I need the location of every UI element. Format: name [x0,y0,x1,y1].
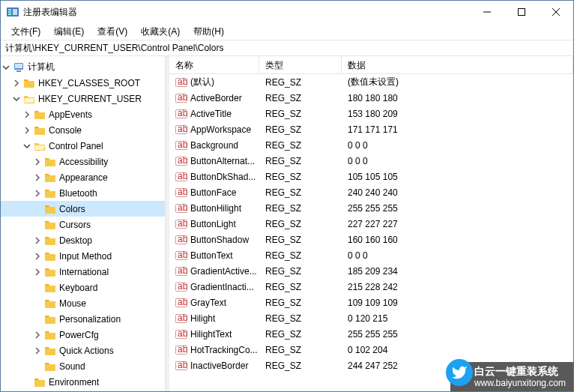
value-row[interactable]: abBackgroundREG_SZ0 0 0 [169,137,573,153]
value-row[interactable]: abButtonTextREG_SZ0 0 0 [169,247,573,263]
value-row[interactable]: abHilightREG_SZ0 120 215 [169,310,573,326]
string-value-icon: ab [175,265,187,277]
value-row[interactable]: abButtonFaceREG_SZ240 240 240 [169,184,573,200]
collapse-toggle[interactable] [22,141,32,151]
string-value-icon: ab [175,218,187,230]
folder-icon [23,77,35,89]
value-type: REG_SZ [259,93,342,103]
menu-view[interactable]: 查看(V) [91,24,133,40]
tree-key[interactable]: Appearance [1,169,165,185]
expand-toggle[interactable] [22,109,32,120]
string-value-icon: ab [175,202,187,214]
tree-label: Desktop [59,235,92,246]
string-value-icon: ab [175,281,187,293]
tree-key[interactable]: International [1,264,165,280]
value-type: REG_SZ [259,219,342,229]
value-name: InactiveBorder [190,361,248,371]
col-type[interactable]: 类型 [259,56,342,73]
value-row[interactable]: abHotTrackingCo...REG_SZ0 102 204 [169,342,573,358]
string-value-icon: ab [175,139,187,151]
svg-rect-2 [8,11,11,13]
expand-toggle[interactable] [11,78,22,88]
tree-key[interactable]: AppEvents [1,106,165,122]
value-row[interactable]: abGradientActive...REG_SZ185 209 234 [169,263,573,279]
svg-text:ab: ab [178,76,187,87]
tree-key[interactable]: Sound [1,358,165,374]
col-data[interactable]: 数据 [342,56,573,73]
addressbar[interactable]: 计算机\HKEY_CURRENT_USER\Control Panel\Colo… [1,40,573,56]
value-data: 227 227 227 [342,219,573,229]
tree-key[interactable]: Accessibility [1,154,165,169]
tree-key[interactable]: Bluetooth [1,185,165,201]
collapse-toggle[interactable] [11,94,22,104]
menu-edit[interactable]: 编辑(E) [48,24,90,40]
titlebar[interactable]: 注册表编辑器 [1,1,573,23]
value-data: 171 171 171 [342,124,573,135]
expand-toggle[interactable] [32,188,43,199]
value-row[interactable]: abGradientInacti...REG_SZ215 228 242 [169,279,573,295]
value-name: (默认) [190,76,214,88]
tree-label: Quick Actions [59,346,114,356]
string-value-icon: ab [175,155,187,167]
value-type: REG_SZ [259,298,342,308]
menu-file[interactable]: 文件(F) [5,24,46,40]
svg-text:ab: ab [178,218,187,229]
minimize-button[interactable] [470,1,504,23]
value-row[interactable]: abButtonShadowREG_SZ160 160 160 [169,232,573,247]
tree-key[interactable]: Environment [1,374,165,390]
list-body[interactable]: ab(默认)REG_SZ(数值未设置)abActiveBorderREG_SZ1… [169,74,573,391]
value-row[interactable]: abButtonHilightREG_SZ255 255 255 [169,200,573,216]
tree-key[interactable]: Desktop [1,232,165,248]
expand-toggle[interactable] [32,330,43,340]
tree-key[interactable]: Control Panel [1,138,165,154]
menu-favorites[interactable]: 收藏夹(A) [135,24,186,40]
maximize-button[interactable] [504,1,539,23]
tree-key[interactable]: Keyboard [1,280,165,295]
value-type: REG_SZ [259,124,342,135]
value-row[interactable]: abGrayTextREG_SZ109 109 109 [169,295,573,310]
expand-toggle[interactable] [32,346,43,356]
value-row[interactable]: abButtonDkShad...REG_SZ105 105 105 [169,169,573,184]
expand-toggle[interactable] [22,125,32,136]
value-type: REG_SZ [259,203,342,214]
value-row[interactable]: abHilightTextREG_SZ255 255 255 [169,326,573,342]
value-row[interactable]: abButtonAlternat...REG_SZ0 0 0 [169,153,573,169]
value-row[interactable]: ab(默认)REG_SZ(数值未设置) [169,74,573,90]
expand-toggle[interactable] [32,267,43,277]
value-row[interactable]: abActiveTitleREG_SZ153 180 209 [169,106,573,121]
tree-key[interactable]: Personalization [1,311,165,327]
expand-toggle[interactable] [32,157,43,167]
value-row[interactable]: abButtonLightREG_SZ227 227 227 [169,216,573,232]
registry-editor-window: 注册表编辑器 文件(F) 编辑(E) 查看(V) 收藏夹(A) 帮助(H) 计算… [0,0,574,392]
string-value-icon: ab [175,250,187,262]
tree-root[interactable]: 计算机 [1,59,165,75]
folder-icon [44,329,56,341]
expand-toggle[interactable] [32,235,43,246]
string-value-icon: ab [175,171,187,183]
content-area: 计算机HKEY_CLASSES_ROOTHKEY_CURRENT_USERApp… [1,56,573,391]
tree-key[interactable]: PowerCfg [1,327,165,343]
tree-key[interactable]: Quick Actions [1,343,165,358]
tree-key[interactable]: Input Method [1,248,165,264]
value-data: 105 105 105 [342,172,573,182]
folder-icon [44,282,56,294]
tree-key[interactable]: Mouse [1,295,165,311]
tree-key[interactable]: Colors [1,201,165,217]
value-row[interactable]: abActiveBorderREG_SZ180 180 180 [169,90,573,106]
svg-text:ab: ab [178,281,187,292]
expand-toggle[interactable] [32,172,43,183]
tree-hive[interactable]: HKEY_CURRENT_USER [1,91,165,106]
col-name[interactable]: 名称 [169,56,259,73]
collapse-toggle[interactable] [1,62,11,73]
value-type: REG_SZ [259,345,342,355]
expand-toggle[interactable] [32,251,43,262]
tree-key[interactable]: Console [1,122,165,138]
svg-rect-11 [16,70,21,72]
close-button[interactable] [539,1,573,23]
tree-hive[interactable]: HKEY_CLASSES_ROOT [1,75,165,91]
tree-pane[interactable]: 计算机HKEY_CLASSES_ROOTHKEY_CURRENT_USERApp… [1,56,166,391]
value-row[interactable]: abAppWorkspaceREG_SZ171 171 171 [169,121,573,137]
menu-help[interactable]: 帮助(H) [187,24,230,40]
svg-text:ab: ab [178,297,187,307]
tree-key[interactable]: Cursors [1,217,165,232]
